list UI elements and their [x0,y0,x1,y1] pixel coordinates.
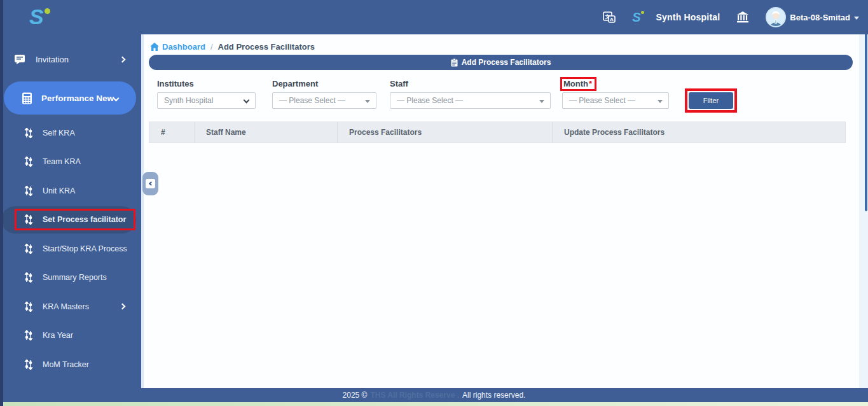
filter-button[interactable]: Filter [689,92,733,109]
required-asterisk: * [589,79,592,88]
sidebar-item-start-stop-kra-process[interactable]: Start/Stop KRA Process [0,234,141,263]
column-header-number: # [149,122,195,143]
window-edge [0,0,3,406]
sliders-icon [24,360,33,370]
sidebar-item-label: Invitation [36,55,69,64]
dropdown-arrow-icon [539,100,544,103]
topbar: S 文 A S Synth Hospital [0,0,868,34]
department-select[interactable]: — Please Select — [272,92,376,109]
chevron-down-icon [244,97,250,104]
breadcrumb-dashboard-link[interactable]: Dashboard [150,42,205,52]
dropdown-arrow-icon [658,100,663,103]
sidebar-item-label: Performance New [41,94,114,103]
filter-department: Department — Please Select — [272,79,376,109]
translate-icon[interactable]: 文 A [602,10,617,25]
sidebar-item-summary-reports[interactable]: Summary Reports [0,263,141,293]
department-placeholder: — Please Select — [279,96,345,105]
sidebar-item-label: KRA Masters [43,302,89,311]
collapse-icon [146,179,155,188]
sidebar-item-team-kra[interactable]: Team KRA [0,148,141,177]
sliders-icon [24,330,33,340]
footer-rights: All rights reserved. [462,391,525,400]
breadcrumb-separator: / [210,42,213,52]
sidebar-item-label: Kra Year [43,331,73,340]
sliders-icon [24,186,33,196]
sidebar-item-mom-tracker[interactable]: MoM Tracker [0,350,141,379]
sliders-icon [24,128,33,138]
dropdown-arrow-icon [365,100,370,103]
sliders-icon [24,272,33,283]
sliders-icon [24,302,33,312]
brand-letter: S [29,3,44,31]
svg-text:A: A [610,17,614,22]
brand-dot-small-icon [641,11,644,14]
institutes-value: Synth Hospital [164,96,213,105]
month-placeholder: — Please Select — [569,96,635,105]
chat-icon [14,53,25,65]
month-label: Month [563,79,588,88]
breadcrumb: Dashboard / Add Process Facilitators [141,34,868,52]
brand-letter-small: S [632,10,640,24]
column-header-staff-name: Staff Name [195,122,338,143]
sliders-icon [24,214,33,225]
panel-title: Add Process Facilitators [462,58,551,67]
sidebar-collapse-button[interactable] [142,172,158,195]
avatar [766,7,786,27]
user-name: Beta-08-Smitad [790,13,850,22]
sidebar-item-label: Team KRA [43,157,81,166]
brand-dot-icon [45,8,50,14]
sidebar-item-label: MoM Tracker [43,360,89,369]
footer: 2025 © THS All Rights Reserve . All righ… [0,388,868,402]
month-select[interactable]: — Please Select — [562,92,669,109]
footer-accent-strip [0,402,868,406]
institutes-select[interactable]: Synth Hospital [157,92,256,109]
topbar-actions: 文 A S Synth Hospital [602,0,859,34]
sidebar-item-label: Start/Stop KRA Process [43,244,127,253]
bank-icon[interactable] [735,10,750,25]
sidebar-item-kra-masters[interactable]: KRA Masters [0,292,141,321]
sidebar-item-invitation[interactable]: Invitation [0,46,141,73]
sidebar-item-label: Summary Reports [43,273,107,282]
breadcrumb-home-label: Dashboard [162,42,205,52]
app-logo[interactable]: S [29,3,50,31]
department-label: Department [272,79,376,92]
institutes-label: Institutes [157,79,256,92]
chevron-right-icon [120,56,126,62]
annotation-box-month: Month * [560,77,596,91]
scrollbar-track[interactable] [859,34,868,388]
sidebar-item-label: Unit KRA [43,186,75,195]
sidebar-item-label: Self KRA [43,129,75,137]
calculator-icon [22,92,32,104]
table-header-row: # Staff Name Process Facilitators Update… [149,122,846,143]
clipboard-icon [451,59,458,67]
sidebar-item-kra-year[interactable]: Kra Year [0,321,141,351]
month-label-row: Month * [562,79,669,92]
sidebar-item-unit-kra[interactable]: Unit KRA [0,176,141,206]
user-menu[interactable]: Beta-08-Smitad [766,7,859,27]
sidebar-item-set-process-facilitator[interactable]: Set Process facilitator [0,206,141,235]
hospital-name: Synth Hospital [656,12,720,22]
staff-placeholder: — Please Select — [397,96,463,105]
footer-link[interactable]: THS All Rights Reserve . [370,391,459,400]
sidebar: Invitation Performance New Self KRA Team… [0,34,141,406]
breadcrumb-current: Add Process Facilitators [218,42,315,52]
staff-label: Staff [390,79,551,92]
staff-select[interactable]: — Please Select — [390,92,551,109]
filter-staff: Staff — Please Select — [390,79,551,109]
main-content: Dashboard / Add Process Facilitators Add… [141,34,868,388]
home-icon [150,43,159,51]
panel-title-bar: Add Process Facilitators [149,55,853,70]
annotation-box-filter: Filter [685,88,737,113]
chevron-down-icon [854,17,859,20]
filter-month: Month * — Please Select — [562,79,669,109]
scrollbar-thumb[interactable] [865,31,867,211]
sliders-icon [24,157,33,167]
column-header-process-facilitators: Process Facilitators [338,122,553,143]
brand-icon-small[interactable]: S [632,10,640,25]
sidebar-item-self-kra[interactable]: Self KRA [0,118,141,148]
footer-year: 2025 © [343,391,368,400]
sidebar-item-label: Set Process facilitator [43,215,126,224]
annotation-box-set-process-facilitator: Set Process facilitator [15,209,135,230]
filters-row: Institutes Synth Hospital Department — P… [141,70,868,113]
sidebar-item-performance-new[interactable]: Performance New [4,81,136,115]
